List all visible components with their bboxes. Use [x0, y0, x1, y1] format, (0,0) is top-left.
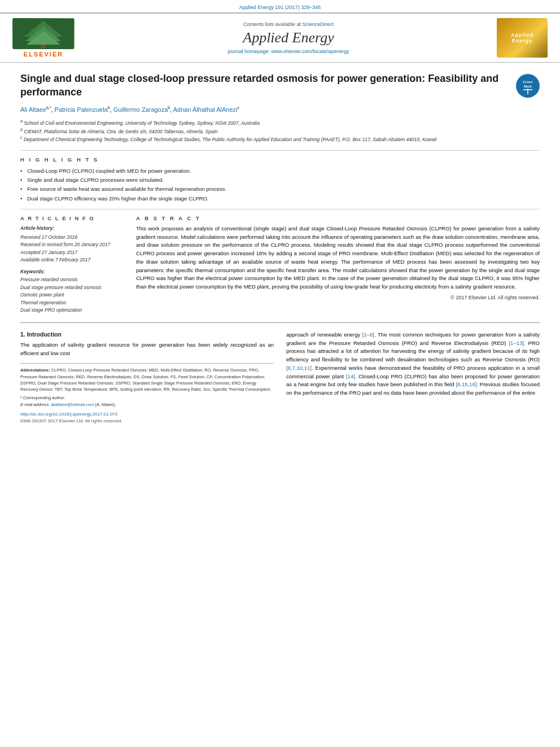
- crossmark-badge: Cross Mark: [516, 74, 540, 98]
- abstract-text: This work proposes an analysis of conven…: [136, 225, 540, 291]
- email-label: E-mail address:: [20, 402, 50, 407]
- journal-title-display: Applied Energy: [86, 29, 491, 46]
- article-info-abstract-section: A R T I C L E I N F O Article history: R…: [20, 215, 540, 314]
- ref-14: [14]: [346, 373, 355, 379]
- ref-8-16: [8,15,16]: [456, 381, 476, 387]
- article-info-label: A R T I C L E I N F O: [20, 215, 125, 221]
- corresponding-label: * Corresponding author.: [20, 395, 65, 400]
- volume-issue: 191 (2017) 328–345: [275, 5, 321, 10]
- highlight-item-4: Dual stage CLPRO efficiency was 20% high…: [20, 195, 540, 202]
- abstract-col: A B S T R A C T This work proposes an an…: [136, 215, 540, 314]
- keyword-3: Osmotic power plant: [20, 291, 125, 299]
- keyword-5: Dual stage PRO optimization: [20, 307, 125, 314]
- highlight-item-2: Single and dual stage CLPRO processes we…: [20, 176, 540, 184]
- divider-after-affiliations: [20, 150, 540, 151]
- abbreviations-text: CLPRO, Closed-Loop Pressure Retarded Osm…: [20, 368, 272, 392]
- keyword-1: Pressure retarded osmosis: [20, 276, 125, 284]
- keyword-4: Thermal regeneration: [20, 299, 125, 307]
- elsevier-logo-left: ELSEVIER: [7, 18, 80, 58]
- elsevier-tree-image: [12, 18, 75, 49]
- elsevier-logo: ELSEVIER: [7, 18, 80, 58]
- footnotes: Abbreviations: CLPRO, Closed-Loop Pressu…: [20, 363, 274, 425]
- divider-after-highlights: [20, 209, 540, 209]
- crossmark-icon: Cross Mark: [516, 74, 540, 98]
- article-title-section: Single and dual stage closed-loop pressu…: [20, 72, 540, 99]
- ref-6-11: [6,7,10,11]: [286, 365, 312, 371]
- abbreviations-title: Abbreviations:: [20, 368, 50, 373]
- body-col-left: 1. Introduction The application of salin…: [20, 331, 274, 425]
- author-palenzuela[interactable]: Patricia Palenzuela: [55, 106, 108, 113]
- journal-header: ELSEVIER Contents lists available at Sci…: [0, 12, 560, 63]
- article-info-col: A R T I C L E I N F O Article history: R…: [20, 215, 125, 314]
- history-title: Article history:: [20, 225, 125, 233]
- page-wrapper: Applied Energy 191 (2017) 328–345: [0, 0, 560, 434]
- email-link[interactable]: alialtaee@hotmail.com: [51, 402, 94, 407]
- issn-line: 0306-2619/© 2017 Elsevier Ltd. All right…: [20, 418, 274, 425]
- doi-line: http://dx.doi.org/10.1016/j.apenergy.201…: [20, 411, 274, 418]
- abstract-label: A B S T R A C T: [136, 215, 540, 221]
- journal-center: Contents lists available at ScienceDirec…: [86, 21, 491, 54]
- highlight-item-1: Closed-Loop PRO (CLPRO) coupled with MED…: [20, 167, 540, 174]
- article-content: Single and dual stage closed-loop pressu…: [0, 63, 560, 434]
- accepted-date: Accepted 27 January 2017: [20, 250, 77, 255]
- intro-paragraph2: approach of renewable energy [1–8]. The …: [286, 331, 540, 397]
- affiliations: a School of Civil and Environmental Engi…: [20, 119, 540, 143]
- received-date: Received 17 October 2016: [20, 234, 77, 240]
- article-title: Single and dual stage closed-loop pressu…: [20, 72, 510, 99]
- intro-heading: 1. Introduction: [20, 331, 274, 338]
- keywords-section: Keywords: Pressure retarded osmosis Dual…: [20, 269, 125, 314]
- available-online: Available online 7 February 2017: [20, 257, 90, 263]
- svg-text:Cross: Cross: [523, 80, 533, 84]
- body-two-col: 1. Introduction The application of salin…: [20, 331, 540, 425]
- sciencedirect-link: Contents lists available at ScienceDirec…: [86, 21, 491, 27]
- keywords-title: Keywords:: [20, 269, 125, 274]
- affiliation-a: a School of Civil and Environmental Engi…: [20, 120, 260, 126]
- highlights-label: H I G H L I G H T S: [20, 156, 540, 163]
- highlights-section: H I G H L I G H T S Closed-Loop PRO (CLP…: [20, 156, 540, 202]
- body-col-right: approach of renewable energy [1–8]. The …: [286, 331, 540, 425]
- applied-energy-badge: Applied Energy: [497, 18, 548, 58]
- email-line: E-mail address: alialtaee@hotmail.com (A…: [20, 401, 274, 408]
- sciencedirect-anchor[interactable]: ScienceDirect: [303, 21, 334, 27]
- corresponding-note: * Corresponding author.: [20, 395, 274, 401]
- article-history: Article history: Received 17 October 201…: [20, 225, 125, 264]
- journal-logo-right: Applied Energy: [497, 18, 553, 58]
- received-revised: Received in revised form 20 January 2017: [20, 242, 110, 247]
- affiliation-b: b CIEMAT, Plataforma Solar de Almería, C…: [20, 129, 217, 134]
- keyword-2: Dual stage pressure retarded osmosis: [20, 284, 125, 292]
- ref-1-13: [1–13]: [509, 340, 523, 346]
- author-zaragoza[interactable]: Guillermo Zaragoza: [113, 106, 168, 113]
- body-divider: [20, 322, 540, 323]
- affiliation-c: c Department of Chemical Engineering Tec…: [20, 137, 436, 142]
- highlight-item-3: Free source of waste heat was assumed av…: [20, 185, 540, 193]
- intro-paragraph1: The application of salinity gradient res…: [20, 341, 274, 357]
- copyright-line: © 2017 Elsevier Ltd. All rights reserved…: [136, 295, 540, 300]
- journal-citation: Applied Energy 191 (2017) 328–345: [0, 0, 560, 12]
- svg-text:Mark: Mark: [524, 85, 532, 88]
- doi-link[interactable]: http://dx.doi.org/10.1016/j.apenergy.201…: [20, 412, 117, 417]
- authors-line: Ali Altaeea,*, Patricia Palenzuelab, Gui…: [20, 105, 540, 115]
- journal-homepage: journal homepage: www.elsevier.com/locat…: [86, 49, 491, 54]
- email-author-name: (A. Altaee).: [95, 402, 116, 407]
- elsevier-wordmark: ELSEVIER: [24, 51, 63, 58]
- ref-1-8: [1–8]: [362, 331, 374, 338]
- author-altaee[interactable]: Ali Altaee: [20, 106, 46, 113]
- author-alanezi[interactable]: Adnan Alhathal AlAnezi: [173, 106, 238, 113]
- abbreviations: Abbreviations: CLPRO, Closed-Loop Pressu…: [20, 367, 274, 392]
- journal-name: Applied Energy: [239, 5, 274, 10]
